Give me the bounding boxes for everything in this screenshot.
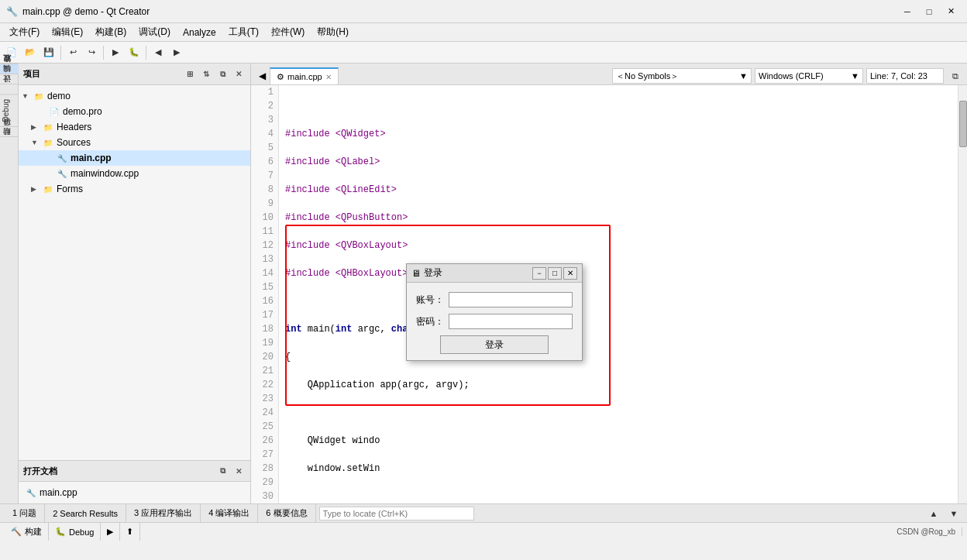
sidebar-close-icon[interactable]: ✕	[232, 67, 246, 81]
scrollbar-thumb[interactable]	[959, 101, 967, 147]
dialog-password-input[interactable]	[449, 314, 573, 329]
bottom-tab-search[interactable]: 2 Search Results	[45, 504, 126, 522]
toolbar-forward[interactable]: ▶	[168, 44, 185, 61]
status-stop-btn[interactable]: ⬆	[120, 523, 140, 541]
dialog-username-input[interactable]	[449, 292, 573, 307]
left-panel-welcome[interactable]: 欢迎	[0, 64, 19, 74]
bottom-up-btn[interactable]: ▲	[925, 505, 942, 522]
status-right: CSDN @Rog_xb	[890, 527, 962, 536]
title-bar-left: 🔧 main.cpp @ demo - Qt Creator	[6, 6, 150, 17]
menu-debug[interactable]: 调试(D)	[132, 23, 177, 41]
menu-analyze[interactable]: Analyze	[177, 23, 222, 41]
open-docs-close-icon[interactable]: ✕	[232, 464, 246, 478]
menu-edit[interactable]: 编辑(E)	[46, 23, 89, 41]
bottom-tab-compileoutput[interactable]: 4 编译输出	[201, 504, 258, 522]
tab-nav-left[interactable]: ◀	[254, 67, 270, 84]
toolbar-open[interactable]: 📂	[22, 44, 39, 61]
position-display[interactable]: Line: 7, Col: 23	[866, 68, 944, 84]
editor-split-btn[interactable]: ⧉	[947, 67, 964, 84]
file-icon-demo-pro: 📄	[48, 105, 60, 118]
status-build-btn[interactable]: 🔨 构建	[5, 523, 49, 541]
line-ending-combo[interactable]: Windows (CRLF) ▼	[755, 68, 863, 84]
tree-item-headers[interactable]: ▶ 📁 Headers	[19, 119, 250, 135]
toolbar-debug-run[interactable]: 🐛	[126, 44, 143, 61]
tab-close-main-cpp[interactable]: ✕	[325, 73, 332, 81]
left-panel-design[interactable]: 设计	[0, 84, 19, 94]
menu-file[interactable]: 文件(F)	[3, 23, 46, 41]
build-icon: 🔨	[11, 527, 22, 537]
file-icon-main: 🔧	[56, 152, 68, 164]
editor-scrollbar[interactable]	[958, 85, 967, 503]
tree-item-mainwindow-cpp[interactable]: 🔧 mainwindow.cpp	[19, 166, 250, 181]
folder-icon-forms: 📁	[42, 183, 54, 195]
left-panel-debug[interactable]: Debug	[0, 94, 19, 126]
code-line-8	[285, 294, 958, 308]
left-panel-help[interactable]: 帮助	[0, 136, 19, 146]
menu-tools[interactable]: 工具(T)	[222, 23, 265, 41]
tree-label-demo: demo	[47, 91, 71, 101]
ln-12: 12	[251, 239, 278, 253]
toolbar-undo[interactable]: ↩	[64, 44, 81, 61]
tree-item-demo-pro[interactable]: 📄 demo.pro	[19, 104, 250, 119]
menu-help[interactable]: 帮助(H)	[311, 23, 355, 41]
sidebar-expand-icon[interactable]: ⧉	[215, 67, 229, 81]
status-run-btn[interactable]: ▶	[101, 523, 120, 541]
file-icon-mainwindow: 🔧	[56, 167, 68, 180]
dialog-title-bar: 🖥 登录 － □ ✕	[407, 264, 582, 283]
open-docs-split-icon[interactable]: ⧉	[215, 464, 229, 478]
code-line-7: #include <QHBoxLayout>	[285, 266, 958, 280]
maximize-button[interactable]: □	[919, 4, 939, 19]
code-editor[interactable]: #include <QWidget> #include <QLabel> #in…	[279, 85, 958, 503]
dialog-minimize-btn[interactable]: －	[532, 267, 546, 280]
left-panel-edit[interactable]: 编辑	[0, 74, 19, 84]
bottom-tab-appoutput[interactable]: 3 应用程序输出	[126, 504, 201, 522]
menu-controls[interactable]: 控件(W)	[265, 23, 311, 41]
toolbar-new[interactable]: 📄	[3, 44, 20, 61]
dialog-close-btn[interactable]: ✕	[563, 267, 577, 280]
minimize-button[interactable]: ─	[897, 4, 917, 19]
debug-label: Debug	[69, 527, 94, 537]
tree-label-headers: Headers	[57, 122, 91, 132]
ln-27: 27	[251, 448, 278, 462]
line-numbers: 1 2 3 4 5 6 7 8 9 10 11 12 13 14 15 16 1…	[251, 85, 279, 503]
ln-14: 14	[251, 266, 278, 280]
locator-input[interactable]	[319, 507, 474, 520]
toolbar-redo[interactable]: ↪	[83, 44, 100, 61]
bottom-down-btn[interactable]: ▼	[945, 505, 962, 522]
bottom-tab-summary[interactable]: 6 概要信息	[258, 504, 315, 522]
dialog-username-label: 账号：	[416, 294, 444, 307]
toolbar-save[interactable]: 💾	[40, 44, 57, 61]
tab-label-main-cpp: main.cpp	[287, 72, 322, 81]
toolbar-build[interactable]: ▶	[107, 44, 124, 61]
dialog-maximize-btn[interactable]: □	[548, 267, 562, 280]
tab-bar: ◀ ⚙ main.cpp ✕ ＜No Symbols＞ ▼ Windows (C…	[251, 64, 967, 85]
sidebar-sync-icon[interactable]: ⇅	[199, 67, 213, 81]
open-doc-main-cpp[interactable]: 🔧 main.cpp	[19, 485, 250, 500]
tree-item-forms[interactable]: ▶ 📁 Forms	[19, 181, 250, 197]
app-icon: 🔧	[6, 6, 18, 17]
open-docs-header: 打开文档 ⧉ ✕	[19, 460, 250, 482]
menu-build[interactable]: 构建(B)	[89, 23, 132, 41]
login-dialog-overlay: 🖥 登录 － □ ✕ 账号：	[406, 263, 583, 361]
sidebar-filter-icon[interactable]: ⊞	[183, 67, 197, 81]
sidebar-title: 项目	[23, 68, 40, 80]
tree-item-demo[interactable]: ▼ 📁 demo	[19, 88, 250, 104]
tab-main-cpp[interactable]: ⚙ main.cpp ✕	[270, 67, 339, 84]
tree-item-main-cpp[interactable]: 🔧 main.cpp	[19, 150, 250, 166]
ln-15: 15	[251, 280, 278, 294]
open-docs-title: 打开文档	[23, 466, 57, 477]
status-debug-btn[interactable]: 🐛 Debug	[49, 523, 101, 541]
open-doc-label: main.cpp	[40, 487, 77, 498]
dialog-submit-btn[interactable]: 登录	[440, 335, 549, 354]
symbols-combo[interactable]: ＜No Symbols＞ ▼	[612, 68, 752, 84]
symbols-arrow: ▼	[739, 71, 748, 81]
dialog-title-label: 登录	[424, 266, 442, 280]
toolbar-locator[interactable]: ◀	[150, 44, 167, 61]
tree-item-sources[interactable]: ▼ 📁 Sources	[19, 135, 250, 150]
code-line-14: window.setWin	[285, 462, 958, 476]
bottom-tab-problems[interactable]: 1 问题	[5, 504, 45, 522]
line-ending-label: Windows (CRLF)	[759, 71, 824, 81]
close-button[interactable]: ✕	[941, 4, 961, 19]
dialog-body: 账号： 密码： 登录	[407, 283, 582, 360]
left-panel-project[interactable]: 项目	[0, 126, 19, 136]
